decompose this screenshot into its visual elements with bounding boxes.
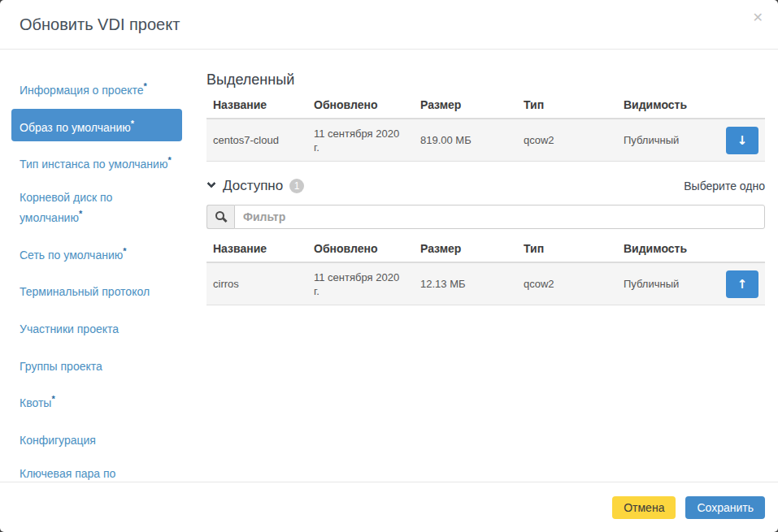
step-content: Выделенный Название Обновлено Размер Тип…: [198, 71, 778, 482]
column-header-updated: Обновлено: [307, 239, 414, 262]
available-count-badge: 1: [289, 179, 304, 193]
arrow-up-icon: ↑: [737, 277, 748, 292]
table-row: centos7-cloud 11 сентября 2020 г. 819.00…: [206, 119, 765, 162]
column-header-size: Размер: [414, 95, 517, 118]
close-icon[interactable]: ✕: [750, 6, 767, 28]
image-updated-cell: 11 сентября 2020 г.: [307, 122, 414, 159]
table-header-row: Название Обновлено Размер Тип Видимость: [206, 239, 765, 263]
update-vdi-project-dialog: Обновить VDI проект ✕ Информация о проек…: [0, 0, 778, 532]
image-type-cell: qcow2: [517, 128, 617, 152]
sidebar-item-project-groups[interactable]: Группы проекта: [11, 348, 182, 381]
sidebar-item-project-info[interactable]: Информация о проекте*: [11, 71, 182, 105]
sidebar-item-project-members[interactable]: Участники проекта: [11, 310, 182, 344]
sidebar-item-configuration[interactable]: Конфигурация: [11, 422, 182, 455]
selected-images-table: Название Обновлено Размер Тип Видимость …: [206, 95, 765, 162]
dialog-footer: Отмена Сохранить: [0, 482, 778, 532]
sidebar-item-default-image[interactable]: Образ по умолчанию*: [11, 109, 182, 142]
save-button[interactable]: Сохранить: [685, 496, 765, 519]
table-header-row: Название Обновлено Размер Тип Видимость: [206, 95, 765, 119]
search-icon: [215, 211, 226, 223]
image-size-cell: 819.00 МБ: [414, 128, 517, 152]
column-header-actions: [719, 102, 765, 111]
column-header-type: Тип: [517, 95, 617, 118]
sidebar-item-default-network[interactable]: Сеть по умолчанию*: [11, 236, 182, 270]
select-one-hint: Выберите одно: [684, 179, 765, 192]
column-header-visibility: Видимость: [617, 239, 719, 262]
image-visibility-cell: Публичный: [617, 272, 719, 296]
sidebar-item-default-root-disk[interactable]: Корневой диск по умолчанию*: [11, 183, 182, 232]
sidebar-item-default-flavor[interactable]: Тип инстанса по умолчанию*: [11, 145, 182, 179]
table-row: cirros 11 сентября 2020 г. 12.13 МБ qcow…: [206, 263, 765, 305]
required-mark: *: [167, 155, 171, 165]
image-name-cell: centos7-cloud: [206, 128, 307, 152]
image-name-cell: cirros: [206, 272, 307, 296]
sidebar-item-terminal-protocol[interactable]: Терминальный протокол: [11, 273, 182, 306]
available-section-header: Доступно 1 Выберите одно: [206, 178, 765, 194]
filter-bar: [206, 205, 765, 229]
select-image-button[interactable]: ↑: [726, 270, 758, 298]
column-header-actions: [719, 245, 765, 255]
column-header-name: Название: [206, 239, 307, 262]
required-mark: *: [123, 246, 126, 256]
required-mark: *: [144, 81, 147, 91]
chevron-down-icon[interactable]: [206, 179, 215, 188]
column-header-type: Тип: [517, 239, 617, 262]
search-button[interactable]: [206, 205, 234, 229]
column-header-updated: Обновлено: [307, 95, 414, 118]
column-header-name: Название: [206, 95, 307, 118]
filter-input[interactable]: [234, 205, 765, 229]
arrow-down-icon: ↓: [737, 133, 748, 148]
cancel-button[interactable]: Отмена: [612, 496, 676, 519]
column-header-size: Размер: [414, 239, 517, 262]
selected-section-title: Выделенный: [206, 71, 765, 89]
column-header-visibility: Видимость: [617, 95, 719, 118]
image-visibility-cell: Публичный: [617, 128, 719, 152]
wizard-steps-sidebar: Информация о проекте* Образ по умолчанию…: [0, 71, 198, 482]
sidebar-item-default-keypair[interactable]: Ключевая пара по умолчанию: [11, 459, 182, 482]
required-mark: *: [131, 119, 134, 128]
required-mark: *: [79, 209, 82, 218]
sidebar-item-quotas[interactable]: Квоты*: [11, 384, 182, 417]
required-mark: *: [51, 394, 54, 404]
dialog-body: Информация о проекте* Образ по умолчанию…: [0, 50, 778, 482]
dialog-header: Обновить VDI проект ✕: [0, 0, 778, 50]
dialog-title: Обновить VDI проект: [20, 15, 180, 34]
image-size-cell: 12.13 МБ: [414, 272, 517, 296]
image-type-cell: qcow2: [517, 272, 617, 296]
available-section-title: Доступно: [223, 178, 283, 194]
available-images-table: Название Обновлено Размер Тип Видимость …: [206, 239, 765, 305]
deselect-image-button[interactable]: ↓: [726, 127, 758, 154]
image-updated-cell: 11 сентября 2020 г.: [307, 266, 414, 303]
